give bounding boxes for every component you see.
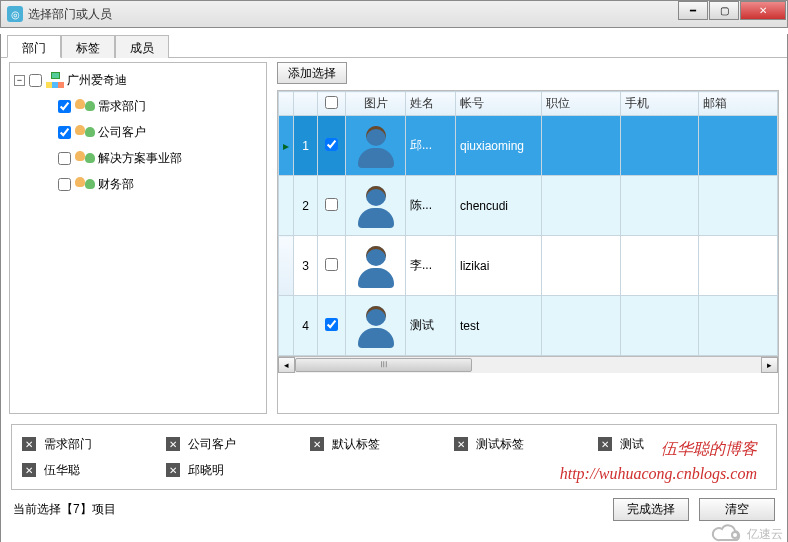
row-indicator-icon xyxy=(279,296,294,356)
row-number: 2 xyxy=(294,176,318,236)
row-number: 4 xyxy=(294,296,318,356)
tag-chip: ✕默认标签 xyxy=(310,431,454,457)
row-checkbox[interactable] xyxy=(325,138,338,151)
table-row[interactable]: 1 邱... qiuxiaoming xyxy=(279,116,778,176)
avatar-icon xyxy=(356,124,396,168)
add-selection-button[interactable]: 添加选择 xyxy=(277,62,347,84)
tree-item-label: 财务部 xyxy=(98,172,134,196)
brand-text: 亿速云 xyxy=(747,526,783,543)
tree-item[interactable]: 公司客户 xyxy=(14,119,262,145)
row-indicator-icon xyxy=(279,236,294,296)
col-phone[interactable]: 手机 xyxy=(620,92,699,116)
select-all-checkbox[interactable] xyxy=(325,96,338,109)
grid-header-row: 图片 姓名 帐号 职位 手机 邮箱 xyxy=(279,92,778,116)
tree-check[interactable] xyxy=(58,100,71,113)
avatar-icon xyxy=(356,304,396,348)
tree-item[interactable]: 财务部 xyxy=(14,171,262,197)
cell-phone xyxy=(620,296,699,356)
row-number: 1 xyxy=(294,116,318,176)
maximize-button[interactable]: ▢ xyxy=(709,1,739,20)
close-button[interactable]: ✕ xyxy=(740,1,786,20)
org-icon xyxy=(46,72,64,88)
cell-phone xyxy=(620,236,699,296)
tag-label: 默认标签 xyxy=(332,436,380,453)
cell-account: chencudi xyxy=(456,176,542,236)
tag-remove-icon[interactable]: ✕ xyxy=(166,437,180,451)
col-position[interactable]: 职位 xyxy=(542,92,621,116)
tag-chip: ✕邱晓明 xyxy=(166,457,310,483)
col-email[interactable]: 邮箱 xyxy=(699,92,778,116)
expand-icon[interactable]: − xyxy=(14,75,25,86)
finish-button[interactable]: 完成选择 xyxy=(613,498,689,521)
scroll-track[interactable] xyxy=(295,357,761,373)
window-controls: ━ ▢ ✕ xyxy=(678,1,787,27)
checkall-header[interactable] xyxy=(318,92,346,116)
tag-chip: ✕需求部门 xyxy=(22,431,166,457)
row-checkbox[interactable] xyxy=(325,318,338,331)
tree-item-label: 需求部门 xyxy=(98,94,146,118)
cell-email xyxy=(699,296,778,356)
minimize-button[interactable]: ━ xyxy=(678,1,708,20)
col-account[interactable]: 帐号 xyxy=(456,92,542,116)
tree-item[interactable]: 解决方案事业部 xyxy=(14,145,262,171)
tag-label: 测试标签 xyxy=(476,436,524,453)
row-indicator-icon xyxy=(279,116,294,176)
tab-strip: 部门 标签 成员 xyxy=(1,34,787,58)
tag-remove-icon[interactable]: ✕ xyxy=(166,463,180,477)
row-checkbox[interactable] xyxy=(325,198,338,211)
cell-position xyxy=(542,116,621,176)
tree-check[interactable] xyxy=(58,152,71,165)
tab-member[interactable]: 成员 xyxy=(115,35,169,58)
tag-remove-icon[interactable]: ✕ xyxy=(310,437,324,451)
clear-button[interactable]: 清空 xyxy=(699,498,775,521)
tag-remove-icon[interactable]: ✕ xyxy=(598,437,612,451)
cell-account: lizikai xyxy=(456,236,542,296)
tree-item[interactable]: 需求部门 xyxy=(14,93,262,119)
tab-tag[interactable]: 标签 xyxy=(61,35,115,58)
tag-chip: ✕测试标签 xyxy=(454,431,598,457)
cell-email xyxy=(699,236,778,296)
tree-root-check[interactable] xyxy=(29,74,42,87)
table-row[interactable]: 3 李... lizikai xyxy=(279,236,778,296)
cell-name: 陈... xyxy=(406,176,456,236)
tree-root[interactable]: − 广州爱奇迪 xyxy=(14,67,262,93)
window-content: 部门 标签 成员 − 广州爱奇迪 需求部门 xyxy=(0,34,788,542)
cell-name: 邱... xyxy=(406,116,456,176)
col-image[interactable]: 图片 xyxy=(346,92,406,116)
cell-position xyxy=(542,176,621,236)
tag-remove-icon[interactable]: ✕ xyxy=(22,437,36,451)
tree-check[interactable] xyxy=(58,126,71,139)
selection-status: 当前选择【7】项目 xyxy=(13,501,603,518)
tag-label: 伍华聪 xyxy=(44,462,80,479)
table-row[interactable]: 2 陈... chencudi xyxy=(279,176,778,236)
col-name[interactable]: 姓名 xyxy=(406,92,456,116)
tree-item-label: 公司客户 xyxy=(98,120,146,144)
tree-root-label: 广州爱奇迪 xyxy=(67,68,127,92)
row-checkbox[interactable] xyxy=(325,258,338,271)
tag-label: 需求部门 xyxy=(44,436,92,453)
table-row[interactable]: 4 测试 test xyxy=(279,296,778,356)
org-tree: − 广州爱奇迪 需求部门 公司客户 xyxy=(14,67,262,197)
handle-header xyxy=(279,92,294,116)
cell-phone xyxy=(620,176,699,236)
scroll-thumb[interactable] xyxy=(295,358,472,372)
tag-remove-icon[interactable]: ✕ xyxy=(22,463,36,477)
cell-name: 测试 xyxy=(406,296,456,356)
avatar-icon xyxy=(356,244,396,288)
footer: 当前选择【7】项目 完成选择 清空 xyxy=(1,490,787,529)
tag-label: 公司客户 xyxy=(188,436,236,453)
tab-department[interactable]: 部门 xyxy=(7,35,61,58)
scroll-left-icon[interactable]: ◂ xyxy=(278,357,295,373)
horizontal-scrollbar[interactable]: ◂ ▸ xyxy=(278,356,778,373)
cell-phone xyxy=(620,116,699,176)
cell-email xyxy=(699,176,778,236)
scroll-right-icon[interactable]: ▸ xyxy=(761,357,778,373)
people-icon xyxy=(75,175,95,193)
people-icon xyxy=(75,123,95,141)
brand-logo: 亿速云 xyxy=(711,523,783,542)
tag-chip: ✕公司客户 xyxy=(166,431,310,457)
tag-remove-icon[interactable]: ✕ xyxy=(454,437,468,451)
tree-check[interactable] xyxy=(58,178,71,191)
rownum-header xyxy=(294,92,318,116)
tree-panel: − 广州爱奇迪 需求部门 公司客户 xyxy=(9,62,267,414)
